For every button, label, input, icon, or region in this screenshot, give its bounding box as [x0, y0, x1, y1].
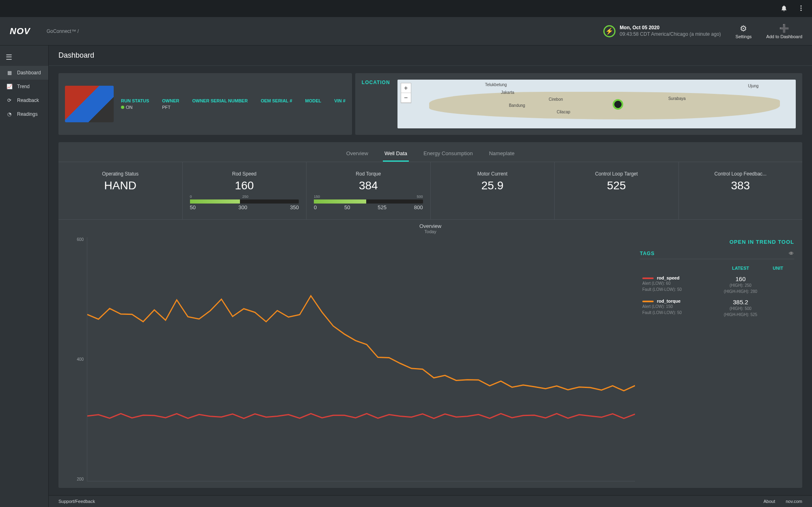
chart-panel: Overview Today 600 400 200 [58, 220, 802, 488]
svg-point-0 [801, 5, 802, 6]
page-title: Dashboard [49, 46, 812, 66]
timestamp-date: Mon, Oct 05 2020 [620, 25, 721, 31]
tab-well-data[interactable]: Well Data [383, 146, 409, 162]
metric-rod-speed: Rod Speed 160 0250 50300350 [183, 162, 307, 219]
map-marker-icon[interactable] [613, 99, 623, 110]
map-city-label: Cirebon [549, 97, 563, 102]
timestamp-time: 09:43:58 CDT America/Chicago (a minute a… [620, 31, 721, 38]
map-city-label: Surabaya [668, 96, 686, 101]
sidebar-item-label: Readback [17, 98, 39, 103]
sidebar-item-label: Trend [17, 84, 30, 89]
tags-heading: TAGS [640, 251, 654, 256]
location-label: LOCATION [362, 80, 390, 128]
sidebar-item-readback[interactable]: ⟳Readback [0, 93, 48, 107]
metrics-row: Operating Status HAND Rod Speed 160 0250… [58, 162, 802, 220]
open-in-trend-button[interactable]: OPEN IN TREND TOOL [640, 237, 794, 251]
y-tick: 400 [77, 357, 84, 362]
sidebar-item-dashboard[interactable]: ▦Dashboard [0, 66, 48, 80]
metric-rod-torque: Rod Torque 384 150500 050525800 [307, 162, 431, 219]
map-city-label: Ujung [748, 84, 758, 88]
run-status: RUN STATUS ON [121, 98, 149, 110]
sidebar-item-label: Readings [17, 111, 38, 117]
readings-icon: ◔ [6, 111, 13, 117]
window-topbar [0, 0, 812, 17]
tag-row[interactable]: rod_speed Alert (LOW): 60 Fault (LOW-LOW… [641, 274, 793, 296]
add-to-dashboard-button[interactable]: ➕ Add to Dashboard [766, 24, 802, 39]
sidebar-item-label: Dashboard [17, 70, 41, 76]
tags-table: LATESTUNIT rod_speed Alert (LOW): 60 Fau… [640, 262, 794, 320]
tab-energy-consumption[interactable]: Energy Consumption [422, 146, 474, 162]
chart-title: Overview [58, 223, 802, 229]
map-city-label: Bandung [509, 103, 525, 108]
metric-control-loop-target: Control Loop Target 525 [555, 162, 679, 219]
dashboard-icon: ▦ [6, 70, 13, 76]
logo: NOV [10, 26, 30, 37]
zoom-out-button[interactable]: − [401, 93, 411, 103]
tag-row[interactable]: rod_torque Alert (LOW): 150 Fault (LOW-L… [641, 297, 793, 319]
settings-button[interactable]: ⚙ Settings [736, 24, 752, 39]
plus-icon: ➕ [766, 24, 802, 33]
sidebar-item-trend[interactable]: 📈Trend [0, 80, 48, 93]
sidebar-item-readings[interactable]: ◔Readings [0, 107, 48, 121]
data-tabs: OverviewWell DataEnergy ConsumptionNamep… [58, 142, 802, 162]
menu-toggle-icon[interactable]: ☰ [0, 49, 48, 66]
owner-serial: OWNER SERIAL NUMBER [192, 98, 248, 110]
model: MODEL [305, 98, 322, 110]
sidebar: ☰ ▦Dashboard📈Trend⟳Readback◔Readings [0, 46, 49, 507]
zoom-in-button[interactable]: + [401, 83, 411, 93]
owner: OWNER PFT [162, 98, 179, 110]
map-zoom-controls: + − [401, 83, 411, 103]
support-link[interactable]: Support/Feedback [58, 499, 95, 504]
chart-subtitle: Today [58, 229, 802, 234]
readback-icon: ⟳ [6, 98, 13, 103]
equipment-image [65, 86, 114, 122]
y-tick: 200 [77, 477, 84, 481]
status-dot-icon [121, 106, 124, 109]
context-bar: NOV GoConnect™ / ⚡ Mon, Oct 05 2020 09:4… [0, 17, 812, 46]
svg-point-2 [801, 9, 802, 11]
bell-icon[interactable] [780, 4, 788, 13]
vin: VIN # [334, 98, 346, 110]
map[interactable]: + − Telukbetung Jakarta Cirebon Bandung … [397, 80, 796, 128]
equipment-card: RUN STATUS ON OWNER PFT OWNER SERIAL NUM… [58, 73, 352, 135]
map-city-label: Jakarta [501, 90, 514, 95]
tab-nameplate[interactable]: Nameplate [487, 146, 516, 162]
trend-icon: 📈 [6, 84, 13, 89]
more-icon[interactable] [797, 4, 805, 13]
chart-area[interactable]: 600 400 200 [67, 237, 635, 481]
gear-icon: ⚙ [736, 24, 752, 33]
metric-operating-status: Operating Status HAND [58, 162, 183, 219]
oem-serial: OEM SERIAL # [261, 98, 292, 110]
tab-overview[interactable]: Overview [345, 146, 370, 162]
location-card: LOCATION + − Telukbetung Jakarta Cirebon [355, 73, 802, 135]
svg-point-1 [801, 7, 802, 9]
metric-control-loop-feedback: Control Loop Feedbac... 383 [679, 162, 803, 219]
map-city-label: Cilacap [557, 110, 570, 114]
site-link[interactable]: nov.com [786, 499, 802, 504]
timestamp: ⚡ Mon, Oct 05 2020 09:43:58 CDT America/… [603, 25, 721, 37]
metric-motor-current: Motor Current 25.9 [431, 162, 555, 219]
breadcrumb[interactable]: GoConnect™ / [47, 28, 79, 34]
footer: Support/Feedback About nov.com [49, 495, 812, 507]
bolt-icon: ⚡ [603, 25, 615, 37]
about-link[interactable]: About [763, 499, 775, 504]
y-tick: 600 [77, 237, 84, 242]
map-city-label: Telukbetung [485, 82, 507, 87]
eye-icon[interactable]: 👁 [789, 251, 794, 256]
